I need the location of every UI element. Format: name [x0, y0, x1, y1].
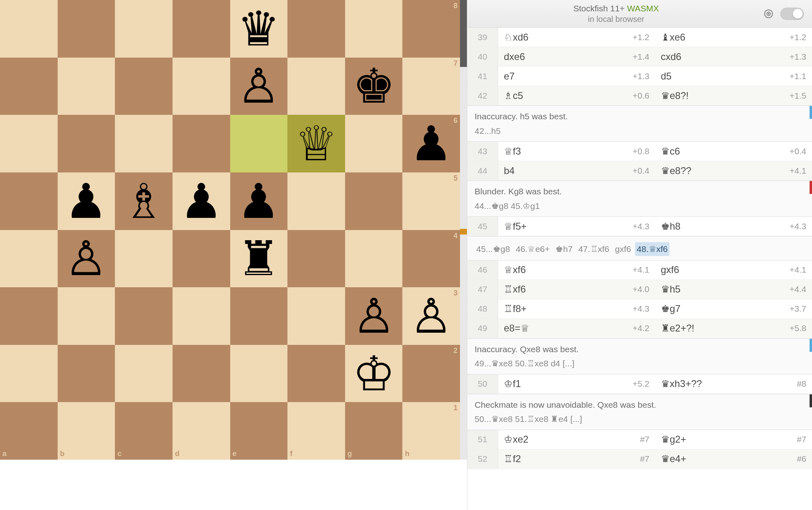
square-b6[interactable] — [58, 115, 115, 172]
square-d4[interactable] — [173, 230, 230, 288]
black-move[interactable]: ♛e8??+4.1 — [655, 161, 812, 180]
variation-line[interactable]: 42...h5 — [475, 125, 805, 138]
square-b2[interactable] — [58, 345, 115, 402]
square-d1[interactable]: d — [173, 402, 230, 460]
square-a8[interactable] — [0, 0, 58, 58]
white-move[interactable]: ♔xe2#7 — [498, 430, 655, 449]
engine-settings-icon[interactable] — [763, 9, 774, 19]
black-move[interactable]: ♛h5+4.4 — [655, 280, 812, 299]
square-f6[interactable]: ♕ — [287, 115, 345, 172]
white-move[interactable]: ♔f1+5.2 — [498, 374, 655, 394]
black-move[interactable]: ♛xh3+??#8 — [655, 374, 812, 394]
piece[interactable]: ♜ — [230, 230, 288, 288]
piece[interactable]: ♟ — [230, 172, 288, 230]
square-b3[interactable] — [58, 287, 115, 345]
black-move[interactable]: ♚h8+4.3 — [655, 217, 812, 236]
white-move[interactable]: e8=♕+4.2 — [498, 319, 655, 338]
square-g3[interactable]: ♙ — [345, 287, 403, 345]
square-b1[interactable]: b — [58, 402, 115, 460]
square-b8[interactable] — [58, 0, 115, 58]
square-b4[interactable]: ♙ — [58, 230, 115, 288]
square-c8[interactable] — [115, 0, 173, 58]
square-a3[interactable] — [0, 287, 58, 345]
square-f8[interactable] — [287, 0, 345, 58]
square-g6[interactable] — [345, 115, 403, 172]
variation-move[interactable]: ♚h7 — [554, 242, 574, 256]
square-c4[interactable] — [115, 230, 173, 288]
square-h1[interactable]: 1h — [402, 402, 460, 460]
piece[interactable]: ♙ — [402, 287, 460, 345]
white-move[interactable]: e7+1.3 — [498, 67, 655, 86]
variation-move[interactable]: 48.♕xf6 — [635, 242, 669, 256]
square-e6[interactable] — [230, 115, 288, 172]
white-move[interactable]: ♖xf6+4.0 — [498, 280, 655, 299]
square-e5[interactable]: ♟ — [230, 172, 288, 230]
square-f4[interactable] — [287, 230, 345, 288]
square-a1[interactable]: a — [0, 402, 58, 460]
square-a2[interactable] — [0, 345, 58, 402]
piece[interactable]: ♚ — [345, 58, 403, 115]
square-d6[interactable] — [173, 115, 230, 172]
square-a5[interactable] — [0, 172, 58, 230]
square-d2[interactable] — [173, 345, 230, 402]
square-a4[interactable] — [0, 230, 58, 288]
white-move[interactable]: ♖f8++4.3 — [498, 299, 655, 318]
square-c6[interactable] — [115, 115, 173, 172]
square-f7[interactable] — [287, 58, 345, 115]
square-e8[interactable]: ♛ — [230, 0, 288, 58]
square-c3[interactable] — [115, 287, 173, 345]
square-d3[interactable] — [173, 287, 230, 345]
black-move[interactable]: ♛g2+#7 — [655, 430, 812, 449]
square-a6[interactable] — [0, 115, 58, 172]
piece[interactable]: ♟ — [173, 172, 230, 230]
piece[interactable]: ♟ — [58, 172, 115, 230]
black-move[interactable]: ♛e8?!+1.5 — [655, 86, 812, 105]
chess-board[interactable]: ♛8♙♚7♕♟6♟♗♟♟5♙♜4♙♙3♔2abcdefg1h — [0, 0, 460, 460]
square-f2[interactable] — [287, 345, 345, 402]
piece[interactable]: ♙ — [58, 230, 115, 288]
variation-line[interactable]: 50...♛xe8 51.♖xe8 ♜e4 [...] — [475, 413, 805, 426]
white-move[interactable]: ♕xf6+4.1 — [498, 260, 655, 280]
square-g2[interactable]: ♔ — [345, 345, 403, 402]
square-f1[interactable]: f — [287, 402, 345, 460]
square-d5[interactable]: ♟ — [173, 172, 230, 230]
square-g4[interactable] — [345, 230, 403, 288]
variation-move[interactable]: 45...♚g8 — [475, 242, 512, 256]
variation-line[interactable]: 49...♛xe8 50.♖xe8 d4 [...] — [475, 357, 805, 370]
piece[interactable]: ♟ — [402, 115, 460, 172]
black-move[interactable]: ♝xe6+1.2 — [655, 28, 812, 47]
white-move[interactable]: ♕f5++4.3 — [498, 217, 655, 236]
black-move[interactable]: gxf6+4.1 — [655, 260, 812, 280]
square-h3[interactable]: ♙3 — [402, 287, 460, 345]
white-move[interactable]: dxe6+1.4 — [498, 47, 655, 66]
square-c5[interactable]: ♗ — [115, 172, 173, 230]
piece[interactable]: ♗ — [115, 172, 173, 230]
square-h2[interactable]: 2 — [402, 345, 460, 402]
black-move[interactable]: ♛e4+#6 — [655, 450, 812, 469]
square-g1[interactable]: g — [345, 402, 403, 460]
black-move[interactable]: cxd6+1.3 — [655, 47, 812, 66]
square-c1[interactable]: c — [115, 402, 173, 460]
variation-move[interactable]: gxf6 — [613, 242, 633, 256]
square-g5[interactable] — [345, 172, 403, 230]
piece[interactable]: ♙ — [345, 287, 403, 345]
square-c7[interactable] — [115, 58, 173, 115]
square-h8[interactable]: 8 — [402, 0, 460, 58]
white-move[interactable]: ♗c5+0.6 — [498, 86, 655, 105]
piece[interactable]: ♔ — [345, 345, 403, 402]
black-move[interactable]: ♜e2+?!+5.8 — [655, 319, 812, 338]
white-move[interactable]: ♖f2#7 — [498, 450, 655, 469]
square-a7[interactable] — [0, 58, 58, 115]
black-move[interactable]: ♚g7+3.7 — [655, 299, 812, 318]
square-h6[interactable]: ♟6 — [402, 115, 460, 172]
square-e2[interactable] — [230, 345, 288, 402]
square-g8[interactable] — [345, 0, 403, 58]
square-e7[interactable]: ♙ — [230, 58, 288, 115]
square-b5[interactable]: ♟ — [58, 172, 115, 230]
variation-move[interactable]: 46.♕e6+ — [514, 242, 551, 256]
square-h5[interactable]: 5 — [402, 172, 460, 230]
square-d8[interactable] — [173, 0, 230, 58]
square-d7[interactable] — [173, 58, 230, 115]
white-move[interactable]: ♘xd6+1.2 — [498, 28, 655, 47]
square-e4[interactable]: ♜ — [230, 230, 288, 288]
